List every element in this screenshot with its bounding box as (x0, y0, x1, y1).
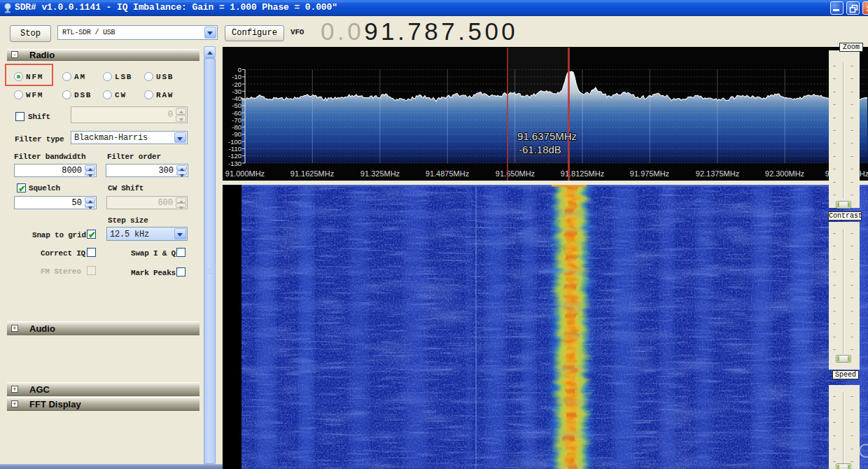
svg-text:91.000MHz: 91.000MHz (225, 169, 265, 178)
svg-text:91.1625MHz: 91.1625MHz (290, 169, 334, 178)
svg-text:91.8125MHz: 91.8125MHz (561, 169, 604, 178)
svg-text:91.325MHz: 91.325MHz (360, 169, 400, 178)
svg-text:92.1375MHz: 92.1375MHz (696, 169, 739, 178)
svg-text:91.6375MHz: 91.6375MHz (517, 130, 577, 142)
svg-text:-130: -130 (228, 160, 241, 167)
svg-text:91.650MHz: 91.650MHz (496, 169, 535, 178)
svg-text:91.975MHz: 91.975MHz (630, 169, 669, 178)
svg-text:-61.18dB: -61.18dB (519, 144, 561, 155)
svg-text:92.300MHz: 92.300MHz (765, 169, 804, 178)
svg-text:91.4875MHz: 91.4875MHz (426, 169, 469, 178)
